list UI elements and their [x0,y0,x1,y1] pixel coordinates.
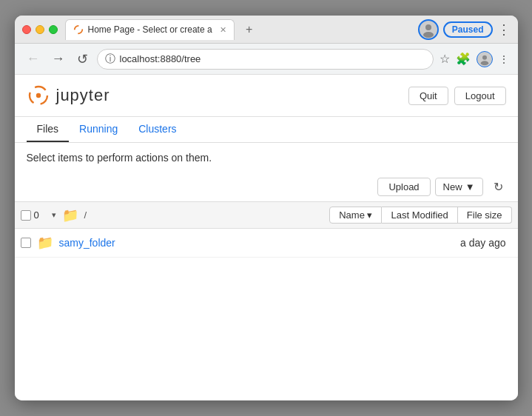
file-list: 0 ▾ 📁 / Name ▾ Last Modified File size 📁 [15,201,518,400]
tab-clusters[interactable]: Clusters [128,117,186,142]
avatar-icon [420,21,437,38]
tab-files[interactable]: Files [27,117,70,142]
jupyter-header: jupyter Quit Logout [15,75,518,117]
sort-size-button[interactable]: File size [458,207,512,224]
jupyter-logo-text: jupyter [56,86,110,105]
svg-point-2 [423,32,434,38]
quit-button[interactable]: Quit [408,87,448,105]
svg-point-3 [482,55,487,59]
navbar: ← → ↺ ⓘ localhost:8880/tree ☆ 🧩 ⋮ [15,44,518,75]
folder-icon: 📁 [62,207,78,224]
titlebar-right: Paused ⋮ [418,19,511,40]
close-button[interactable] [22,25,31,34]
forward-button[interactable]: → [49,48,68,70]
main-content: jupyter Quit Logout Files Running Cluste… [15,75,518,400]
toolbar-row: Upload New ▼ ↻ [15,172,518,201]
paused-button[interactable]: Paused [443,21,493,38]
jupyter-actions: Quit Logout [408,87,506,105]
row-checkbox[interactable] [21,238,31,248]
svg-point-0 [74,26,82,34]
sort-dropdown-icon[interactable]: ▾ [52,210,56,220]
address-bar[interactable]: ⓘ localhost:8880/tree [97,49,434,70]
tab-close-button[interactable]: ✕ [220,25,226,35]
sort-name-button[interactable]: Name ▾ [329,207,382,224]
breadcrumb-slash: / [84,209,87,221]
maximize-button[interactable] [49,25,58,34]
titlebar: Home Page - Select or create a ✕ + Pause… [15,16,518,44]
traffic-lights [22,25,58,34]
column-headers: Name ▾ Last Modified File size [329,207,511,224]
select-message: Select items to perform actions on them. [15,143,518,172]
security-icon: ⓘ [105,53,115,66]
extensions-button[interactable]: 🧩 [456,52,471,66]
tabs-bar: Files Running Clusters [15,117,518,143]
url-display: localhost:8880/tree [120,53,425,64]
jupyter-logo-icon [27,84,50,107]
minimize-button[interactable] [36,25,44,34]
reload-button[interactable]: ↺ [74,48,91,70]
svg-point-6 [36,93,40,98]
chrome-menu-button[interactable]: ⋮ [499,53,509,65]
svg-point-4 [480,61,488,65]
svg-point-1 [425,24,431,30]
table-row: 📁 samy_folder a day ago [15,229,518,258]
folder-icon: 📁 [37,235,53,251]
profile-avatar[interactable] [418,19,439,40]
menu-button[interactable]: ⋮ [497,21,511,38]
logout-button[interactable]: Logout [454,87,506,105]
tab-title: Home Page - Select or create a [88,24,212,35]
new-tab-button[interactable]: + [240,21,258,38]
file-list-header: 0 ▾ 📁 / Name ▾ Last Modified File size [15,201,518,229]
upload-button[interactable]: Upload [377,178,430,196]
item-count: 0 [34,209,49,221]
file-name-link[interactable]: samy_folder [59,237,352,249]
bookmark-button[interactable]: ☆ [440,52,450,66]
refresh-button[interactable]: ↻ [488,177,509,197]
select-all-cell: 0 ▾ [21,209,56,221]
profile-icon [478,53,491,66]
back-button[interactable]: ← [24,48,43,70]
tab-favicon [73,24,84,35]
tab-bar: Home Page - Select or create a ✕ + [65,19,418,40]
sort-modified-button[interactable]: Last Modified [382,207,457,224]
jupyter-logo: jupyter [27,84,110,107]
body-area: Select items to perform actions on them.… [15,143,518,400]
dropdown-arrow-icon: ▼ [465,181,475,192]
file-modified-time: a day ago [358,237,506,249]
new-dropdown-button[interactable]: New ▼ [435,178,483,196]
select-all-checkbox[interactable] [21,210,31,221]
profile-button[interactable] [477,51,493,67]
new-label: New [443,181,462,192]
tab-running[interactable]: Running [69,117,128,142]
browser-window: Home Page - Select or create a ✕ + Pause… [15,16,518,400]
active-tab[interactable]: Home Page - Select or create a ✕ [65,19,235,40]
